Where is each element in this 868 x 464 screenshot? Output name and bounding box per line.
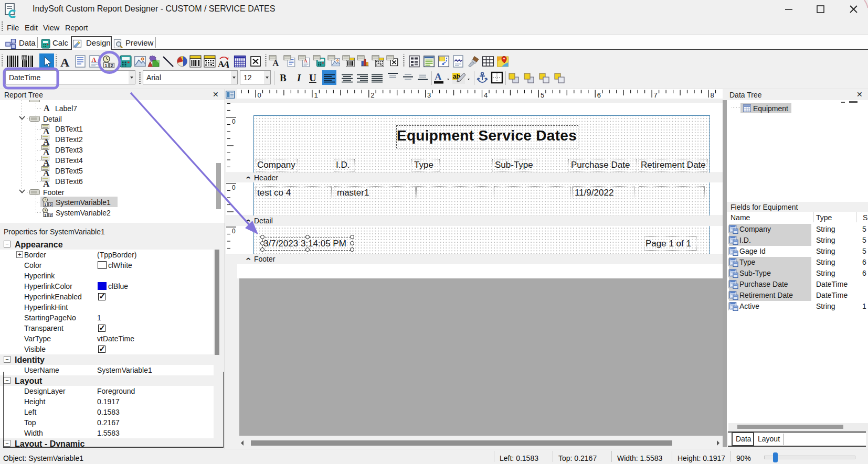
svg-text:I: I — [297, 72, 301, 83]
svg-text:7: 7 — [654, 91, 658, 99]
svg-text:3: 3 — [427, 91, 431, 99]
svg-text:0: 0 — [232, 228, 236, 235]
svg-text:1: 1 — [44, 213, 46, 217]
svg-text:2: 2 — [50, 213, 52, 217]
svg-text:0: 0 — [232, 118, 236, 125]
svg-text:B: B — [280, 72, 287, 83]
svg-text:8: 8 — [711, 91, 714, 99]
svg-text:1: 1 — [314, 91, 317, 99]
svg-text:0: 0 — [232, 184, 236, 191]
svg-text:5: 5 — [541, 91, 544, 99]
svg-text:A: A — [435, 71, 442, 82]
svg-text:2: 2 — [371, 91, 374, 99]
svg-text:4: 4 — [484, 91, 488, 99]
svg-text:1: 1 — [44, 202, 46, 207]
svg-text:0: 0 — [258, 91, 261, 99]
svg-text:6: 6 — [597, 91, 601, 99]
svg-text:U: U — [309, 72, 316, 83]
svg-text:2: 2 — [50, 202, 52, 207]
svg-text:A: A — [44, 104, 50, 112]
